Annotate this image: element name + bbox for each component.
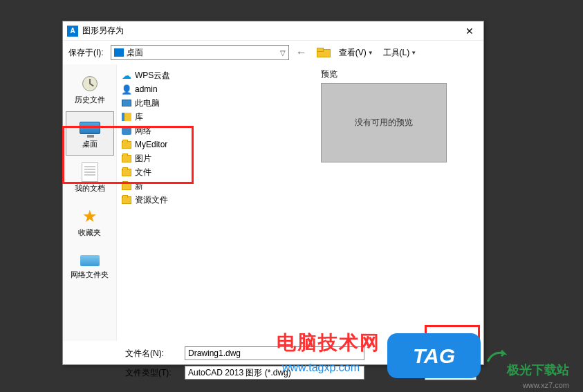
filename-label: 文件名(N):	[125, 348, 178, 360]
watermark-text: 电脑技术网	[277, 330, 380, 356]
desktop-icon	[79, 118, 101, 138]
dialog-title: 图形另存为	[82, 25, 460, 37]
list-item[interactable]: 库	[120, 110, 311, 124]
sidebar-item-label: 收藏夹	[78, 227, 101, 238]
star-icon: ★	[79, 207, 101, 226]
cloud-icon: ☁	[121, 70, 132, 81]
file-name: 资源文件	[135, 194, 168, 206]
chevron-down-icon: ▼	[368, 50, 373, 56]
app-icon: A	[67, 26, 78, 37]
chevron-down-icon: ▼	[411, 50, 416, 56]
preview-pane: 预览 没有可用的预览	[314, 64, 480, 341]
file-name: 图片	[135, 153, 151, 165]
sidebar-item-network[interactable]: 网络文件夹	[66, 244, 114, 288]
file-list[interactable]: ☁WPS云盘 👤admin 此电脑 库 网络 MyEditor 图片 文件 新 …	[117, 64, 314, 341]
network-icon	[121, 125, 132, 136]
sidebar-item-history[interactable]: 历史文件	[66, 67, 114, 111]
desktop-icon	[114, 48, 124, 57]
chevron-down-icon: ▽	[280, 49, 286, 57]
dialog-body: 历史文件 桌面 我的文档 ★ 收藏夹 网络文件夹 ☁WPS云盘 👤admin 此	[63, 64, 483, 341]
titlebar: A 图形另存为 ✕	[63, 21, 483, 41]
library-icon	[121, 111, 132, 122]
folder-icon	[121, 167, 132, 178]
arrow-icon	[486, 348, 507, 364]
file-name: 网络	[135, 125, 151, 137]
view-label: 查看(V)	[339, 47, 367, 59]
save-in-label: 保存于(I):	[68, 47, 104, 59]
folder-icon	[121, 139, 132, 150]
file-name: 此电脑	[135, 97, 160, 109]
list-item[interactable]: 文件	[120, 165, 311, 179]
list-item[interactable]: 资源文件	[120, 193, 311, 207]
sidebar-item-label: 桌面	[82, 139, 98, 149]
arrow-left-icon: ←	[296, 46, 307, 59]
open-folder-button[interactable]	[314, 45, 332, 60]
list-item[interactable]: 网络	[120, 124, 311, 138]
tools-label: 工具(L)	[383, 47, 410, 59]
pc-icon	[121, 97, 132, 109]
toolbar: 保存于(I): 桌面 ▽ ← 查看(V) ▼ 工具(L) ▼	[63, 41, 483, 64]
preview-empty-text: 没有可用的预览	[355, 117, 413, 129]
sidebar-item-label: 网络文件夹	[71, 270, 109, 280]
preview-box: 没有可用的预览	[321, 83, 447, 162]
file-name: MyEditor	[135, 140, 167, 149]
sidebar-item-label: 历史文件	[75, 95, 105, 105]
file-name: 新	[135, 180, 143, 192]
file-name: admin	[135, 84, 158, 94]
sidebar-item-documents[interactable]: 我的文档	[66, 156, 114, 200]
list-item[interactable]: 新	[120, 179, 311, 193]
list-item[interactable]: MyEditor	[120, 138, 311, 151]
close-button[interactable]: ✕	[460, 24, 479, 38]
filetype-value: AutoCAD 2013 图形 (*.dwg)	[188, 367, 291, 379]
preview-title: 预览	[321, 68, 473, 80]
list-item[interactable]: 此电脑	[120, 96, 311, 110]
view-menu[interactable]: 查看(V) ▼	[336, 45, 376, 60]
watermark-url: www.tagxp.com	[282, 362, 360, 374]
places-sidebar: 历史文件 桌面 我的文档 ★ 收藏夹 网络文件夹	[63, 64, 117, 341]
list-item[interactable]: ☁WPS云盘	[120, 68, 311, 82]
watermark-right-url: www.xz7.com	[523, 381, 569, 389]
file-name: 文件	[135, 167, 151, 178]
user-icon: 👤	[121, 84, 132, 95]
location-combobox[interactable]: 桌面 ▽	[111, 45, 289, 60]
folder-icon	[121, 194, 132, 205]
folder-icon	[121, 153, 132, 164]
history-icon	[79, 74, 101, 93]
list-item[interactable]: 图片	[120, 151, 311, 165]
sidebar-item-desktop[interactable]: 桌面	[66, 111, 114, 156]
folder-open-icon	[317, 48, 329, 57]
tools-menu[interactable]: 工具(L) ▼	[380, 45, 420, 60]
folder-icon	[121, 180, 132, 192]
filetype-label: 文件类型(T):	[125, 367, 178, 379]
file-name: WPS云盘	[135, 70, 170, 82]
sidebar-item-label: 我的文档	[75, 183, 105, 194]
back-button[interactable]: ←	[293, 45, 310, 60]
sidebar-item-favorites[interactable]: ★ 收藏夹	[66, 200, 114, 244]
watermark-tag: TAG	[387, 333, 481, 378]
location-text: 桌面	[127, 47, 280, 59]
watermark-right: 极光下载站	[507, 362, 569, 378]
file-name: 库	[135, 111, 143, 123]
list-item[interactable]: 👤admin	[120, 82, 311, 96]
network-icon	[80, 253, 100, 268]
documents-icon	[79, 162, 101, 182]
save-as-dialog: A 图形另存为 ✕ 保存于(I): 桌面 ▽ ← 查看(V) ▼ 工具(L) ▼	[62, 21, 484, 365]
